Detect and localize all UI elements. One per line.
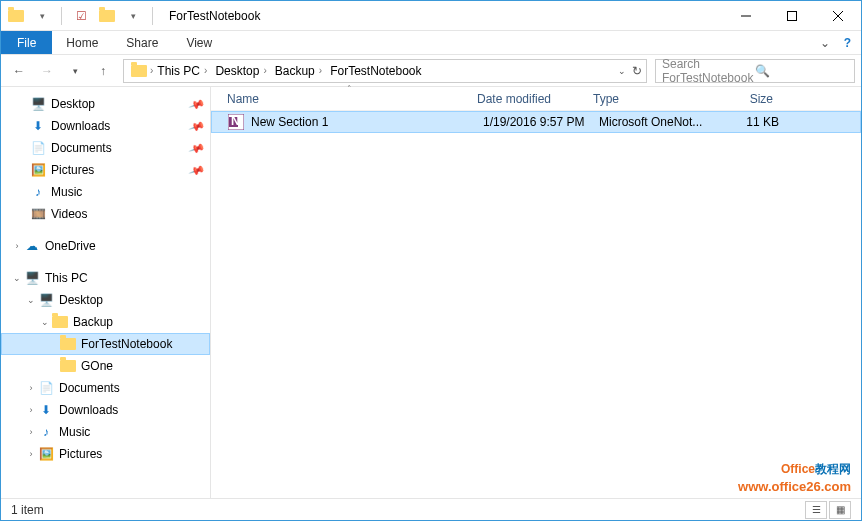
share-tab[interactable]: Share <box>112 31 172 54</box>
col-size[interactable]: Size <box>713 92 783 106</box>
help-icon[interactable]: ? <box>844 36 851 50</box>
back-button[interactable]: ← <box>7 59 31 83</box>
folder-icon <box>96 5 118 27</box>
tree-current-folder[interactable]: ForTestNotebook <box>1 333 210 355</box>
tree-desktop[interactable]: 🖥️Desktop📌 <box>1 93 210 115</box>
up-button[interactable]: ↑ <box>91 59 115 83</box>
ribbon-expand-icon[interactable]: ⌄ <box>820 36 830 50</box>
file-tab[interactable]: File <box>1 31 52 54</box>
file-row[interactable]: N New Section 1 1/19/2016 9:57 PM Micros… <box>211 111 861 133</box>
navigation-tree[interactable]: 🖥️Desktop📌 ⬇Downloads📌 📄Documents📌 🖼️Pic… <box>1 87 211 498</box>
minimize-button[interactable] <box>723 1 769 31</box>
tree-pc-desktop[interactable]: ⌄🖥️Desktop <box>1 289 210 311</box>
tree-gone[interactable]: GOne <box>1 355 210 377</box>
maximize-button[interactable] <box>769 1 815 31</box>
tree-backup[interactable]: ⌄Backup <box>1 311 210 333</box>
address-bar[interactable]: › This PC› Desktop› Backup› ForTestNoteb… <box>123 59 647 83</box>
file-type: Microsoft OneNot... <box>599 115 719 129</box>
col-name[interactable]: Name˄ <box>227 92 477 106</box>
tree-downloads[interactable]: ⬇Downloads📌 <box>1 115 210 137</box>
tree-onedrive[interactable]: ›☁OneDrive <box>1 235 210 257</box>
properties-icon[interactable]: ☑ <box>70 5 92 27</box>
title-bar: ▾ ☑ ▾ ForTestNotebook <box>1 1 861 31</box>
window-title: ForTestNotebook <box>169 9 260 23</box>
content-area: 🖥️Desktop📌 ⬇Downloads📌 📄Documents📌 🖼️Pic… <box>1 87 861 498</box>
svg-text:N: N <box>231 114 240 128</box>
search-input[interactable]: Search ForTestNotebook 🔍 <box>655 59 855 83</box>
col-type[interactable]: Type <box>593 92 713 106</box>
forward-button[interactable]: → <box>35 59 59 83</box>
file-size: 11 KB <box>719 115 789 129</box>
tree-pc-pictures[interactable]: ›🖼️Pictures <box>1 443 210 465</box>
qat-dropdown-icon[interactable]: ▾ <box>31 5 53 27</box>
recent-dropdown-icon[interactable]: ▾ <box>63 59 87 83</box>
ribbon-tabs: File Home Share View ⌄ ? <box>1 31 861 55</box>
tree-documents[interactable]: 📄Documents📌 <box>1 137 210 159</box>
qat-dropdown-icon[interactable]: ▾ <box>122 5 144 27</box>
tree-music[interactable]: ♪Music <box>1 181 210 203</box>
tree-pc-documents[interactable]: ›📄Documents <box>1 377 210 399</box>
divider <box>152 7 153 25</box>
tree-videos[interactable]: 🎞️Videos <box>1 203 210 225</box>
svg-rect-1 <box>788 11 797 20</box>
folder-icon <box>5 5 27 27</box>
breadcrumb-backup[interactable]: Backup› <box>271 64 326 78</box>
tree-pictures[interactable]: 🖼️Pictures📌 <box>1 159 210 181</box>
search-placeholder: Search ForTestNotebook <box>662 57 755 85</box>
view-tab[interactable]: View <box>172 31 226 54</box>
file-date: 1/19/2016 9:57 PM <box>483 115 599 129</box>
close-button[interactable] <box>815 1 861 31</box>
search-icon[interactable]: 🔍 <box>755 64 848 78</box>
tree-pc-downloads[interactable]: ›⬇Downloads <box>1 399 210 421</box>
details-view-button[interactable]: ☰ <box>805 501 827 519</box>
onenote-icon: N <box>227 114 245 130</box>
col-date[interactable]: Date modified <box>477 92 593 106</box>
breadcrumb-desktop[interactable]: Desktop› <box>211 64 270 78</box>
navigation-bar: ← → ▾ ↑ › This PC› Desktop› Backup› ForT… <box>1 55 861 87</box>
sort-asc-icon: ˄ <box>347 84 352 94</box>
breadcrumb-current[interactable]: ForTestNotebook <box>326 64 425 78</box>
status-bar: 1 item ☰ ▦ <box>1 498 861 520</box>
file-name: New Section 1 <box>251 115 483 129</box>
tree-pc-music[interactable]: ›♪Music <box>1 421 210 443</box>
refresh-icon[interactable]: ↻ <box>632 64 642 78</box>
tree-thispc[interactable]: ⌄🖥️This PC <box>1 267 210 289</box>
quick-access-toolbar: ▾ ☑ ▾ ForTestNotebook <box>1 5 264 27</box>
file-list: Name˄ Date modified Type Size N New Sect… <box>211 87 861 498</box>
address-dropdown-icon[interactable]: ⌄ <box>618 66 626 76</box>
breadcrumb-thispc[interactable]: This PC› <box>153 64 211 78</box>
large-icons-view-button[interactable]: ▦ <box>829 501 851 519</box>
column-headers: Name˄ Date modified Type Size <box>211 87 861 111</box>
divider <box>61 7 62 25</box>
folder-icon <box>128 60 150 82</box>
item-count: 1 item <box>11 503 44 517</box>
home-tab[interactable]: Home <box>52 31 112 54</box>
